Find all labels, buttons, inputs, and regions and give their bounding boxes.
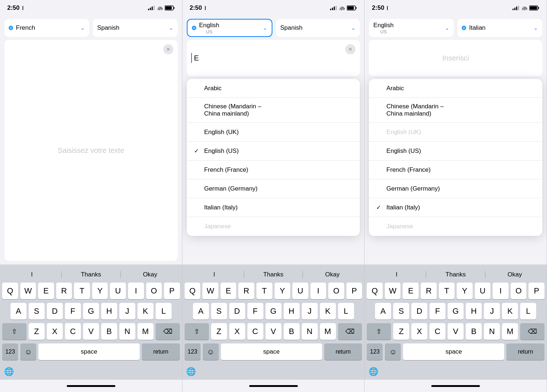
key-n[interactable]: N [119, 323, 135, 340]
content-area-2[interactable]: E ✕ [187, 40, 360, 76]
dropdown-item-italian-2[interactable]: Italian (Italy) [187, 198, 360, 217]
key-r-3[interactable]: R [421, 283, 437, 299]
target-lang-selector-1[interactable]: Spanish ⌄ [93, 19, 178, 37]
dropdown-item-japanese-3[interactable]: Japanese [369, 217, 542, 236]
key-p-3[interactable]: P [529, 283, 544, 299]
globe-icon-1[interactable]: 🌐 [2, 365, 15, 378]
globe-icon-2[interactable]: 🌐 [185, 365, 198, 378]
key-q[interactable]: Q [2, 283, 18, 299]
dropdown-item-english-uk-2[interactable]: English (UK) [187, 123, 360, 142]
key-p-2[interactable]: P [346, 283, 362, 299]
autocomplete-thanks-3[interactable]: Thanks [426, 270, 485, 280]
autocomplete-okay-2[interactable]: Okay [303, 270, 362, 280]
key-y-2[interactable]: Y [275, 283, 291, 299]
content-area-1[interactable]: Saisissez votre texte ✕ [4, 40, 178, 261]
dropdown-item-english-uk-3[interactable]: English (UK) [369, 123, 542, 142]
num-key-2[interactable]: 123 [185, 343, 201, 360]
return-key-2[interactable]: return [324, 343, 362, 360]
globe-icon-3[interactable]: 🌐 [367, 365, 380, 378]
key-h[interactable]: H [101, 303, 117, 320]
key-l-3[interactable]: L [520, 303, 536, 320]
emoji-key[interactable]: ☺ [20, 343, 36, 360]
key-a[interactable]: A [11, 303, 26, 320]
key-k-3[interactable]: K [502, 303, 518, 320]
key-j[interactable]: J [119, 303, 135, 320]
key-x-2[interactable]: X [229, 323, 245, 340]
key-t-3[interactable]: T [439, 283, 455, 299]
key-z-3[interactable]: Z [393, 323, 409, 340]
key-c[interactable]: C [65, 323, 81, 340]
key-u-3[interactable]: U [475, 283, 491, 299]
key-e-2[interactable]: E [221, 283, 237, 299]
key-i[interactable]: I [128, 283, 144, 299]
backspace-key-3[interactable]: ⌫ [520, 323, 544, 340]
backspace-key[interactable]: ⌫ [156, 323, 180, 340]
key-k-2[interactable]: K [320, 303, 336, 320]
autocomplete-thanks-1[interactable]: Thanks [62, 270, 120, 280]
key-c-3[interactable]: C [429, 323, 445, 340]
shift-key-3[interactable]: ⇧ [367, 323, 391, 340]
return-key-3[interactable]: return [506, 343, 544, 360]
autocomplete-i-2[interactable]: I [185, 270, 244, 280]
dropdown-item-french-2[interactable]: French (France) [187, 160, 360, 179]
dropdown-item-german-3[interactable]: German (Germany) [369, 179, 542, 198]
key-s-2[interactable]: S [211, 303, 227, 320]
key-n-3[interactable]: N [484, 323, 500, 340]
key-h-3[interactable]: H [466, 303, 482, 320]
key-g[interactable]: G [83, 303, 99, 320]
key-n-2[interactable]: N [302, 323, 318, 340]
key-d-3[interactable]: D [411, 303, 427, 320]
key-o[interactable]: O [146, 283, 162, 299]
key-w-2[interactable]: W [202, 283, 218, 299]
dropdown-item-german-2[interactable]: German (Germany) [187, 179, 360, 198]
dropdown-item-french-3[interactable]: French (France) [369, 160, 542, 179]
key-p[interactable]: P [164, 283, 180, 299]
content-area-3[interactable]: Inserisci [369, 40, 542, 76]
key-b-2[interactable]: B [284, 323, 300, 340]
space-key-3[interactable]: space [403, 343, 504, 360]
dropdown-item-arabic-2[interactable]: Arabic [187, 79, 360, 98]
dropdown-item-arabic-3[interactable]: Arabic [369, 79, 542, 98]
key-w[interactable]: W [20, 283, 36, 299]
key-v-2[interactable]: V [266, 323, 281, 340]
key-q-3[interactable]: Q [367, 283, 383, 299]
key-i-3[interactable]: I [493, 283, 509, 299]
key-v[interactable]: V [83, 323, 99, 340]
key-o-3[interactable]: O [511, 283, 527, 299]
autocomplete-okay-1[interactable]: Okay [121, 270, 180, 280]
key-f-3[interactable]: F [429, 303, 445, 320]
emoji-key-2[interactable]: ☺ [203, 343, 219, 360]
key-j-2[interactable]: J [302, 303, 318, 320]
num-key[interactable]: 123 [2, 343, 18, 360]
dropdown-item-english-us-2[interactable]: ✓ English (US) [187, 142, 360, 160]
key-x-3[interactable]: X [411, 323, 427, 340]
key-s[interactable]: S [29, 303, 45, 320]
key-j-3[interactable]: J [484, 303, 500, 320]
key-w-3[interactable]: W [385, 283, 401, 299]
dropdown-item-japanese-2[interactable]: Japanese [187, 217, 360, 236]
key-d-2[interactable]: D [229, 303, 245, 320]
key-o-2[interactable]: O [328, 283, 344, 299]
source-lang-selector-1[interactable]: French ⌄ [4, 19, 89, 37]
key-g-2[interactable]: G [266, 303, 281, 320]
key-m-3[interactable]: M [502, 323, 518, 340]
dropdown-item-english-us-3[interactable]: English (US) [369, 142, 542, 160]
key-z[interactable]: Z [29, 323, 45, 340]
key-t[interactable]: T [74, 283, 90, 299]
dropdown-item-chinese-3[interactable]: Chinese (Mandarin –China mainland) [369, 98, 542, 123]
target-lang-selector-2[interactable]: Spanish ⌄ [276, 19, 360, 37]
key-a-2[interactable]: A [193, 303, 209, 320]
key-z-2[interactable]: Z [211, 323, 227, 340]
autocomplete-i-1[interactable]: I [3, 270, 61, 280]
key-l[interactable]: L [156, 303, 172, 320]
key-y[interactable]: Y [92, 283, 108, 299]
key-b[interactable]: B [101, 323, 117, 340]
autocomplete-i-3[interactable]: I [367, 270, 426, 280]
autocomplete-okay-3[interactable]: Okay [485, 270, 544, 280]
key-t-2[interactable]: T [256, 283, 272, 299]
key-v-3[interactable]: V [448, 323, 464, 340]
close-button-1[interactable]: ✕ [163, 44, 173, 54]
dropdown-item-italian-3[interactable]: ✓ Italian (Italy) [369, 198, 542, 217]
key-b-3[interactable]: B [466, 323, 482, 340]
key-u-2[interactable]: U [292, 283, 308, 299]
